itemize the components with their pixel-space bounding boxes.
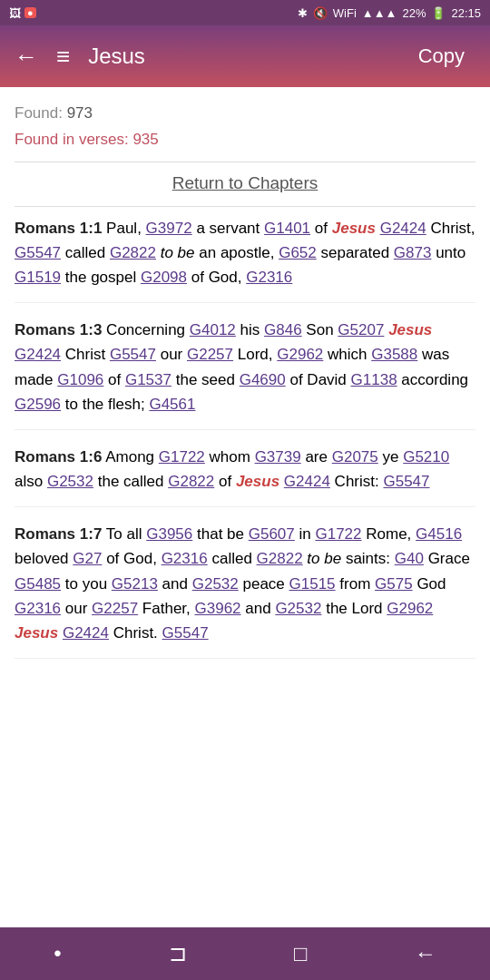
strongs-link[interactable]: G2962 [277, 346, 323, 363]
photo-icon: 🖼 [9, 6, 21, 20]
verse-text: saints: [346, 550, 395, 567]
verse-text: the Lord [326, 600, 387, 617]
battery-icon: 🔋 [431, 6, 446, 20]
strongs-link[interactable]: G2424 [63, 624, 109, 642]
found-label: Found: [15, 104, 67, 122]
verse-romans-1-1: Romans 1:1 Paul, G3972 a servant G1401 o… [15, 216, 475, 304]
strongs-link[interactable]: G5607 [249, 525, 295, 543]
strongs-link[interactable]: G2316 [246, 269, 292, 286]
strongs-link[interactable]: G1519 [15, 269, 61, 286]
strongs-link[interactable]: G5210 [403, 448, 449, 466]
strongs-link[interactable]: G4690 [240, 371, 286, 388]
bluetooth-icon: ✱ [298, 6, 308, 20]
copy-button[interactable]: Copy [407, 37, 475, 75]
notification-icon: ● [24, 7, 36, 18]
strongs-link[interactable]: G5547 [15, 244, 61, 261]
strongs-link[interactable]: G2822 [110, 244, 156, 261]
jesus-word: Jesus [388, 321, 432, 338]
verse-text: God [416, 575, 446, 593]
jesus-word: Jesus [15, 624, 58, 642]
strongs-link[interactable]: G2532 [192, 575, 239, 593]
strongs-link[interactable]: G40 [395, 550, 424, 567]
strongs-link[interactable]: G2257 [92, 600, 138, 617]
strongs-link[interactable]: G1401 [264, 220, 310, 237]
recent-apps-button[interactable]: ⊐ [151, 934, 205, 974]
back-nav-button[interactable]: ← [397, 934, 455, 974]
strongs-link[interactable]: G1537 [125, 371, 172, 388]
strongs-link[interactable]: G5207 [338, 321, 384, 338]
wifi-icon: WiFi [333, 6, 357, 20]
strongs-link[interactable]: G2316 [15, 600, 61, 617]
verse-text: whom [210, 448, 255, 466]
divider-top [15, 162, 475, 162]
strongs-link[interactable]: G5213 [112, 575, 158, 593]
strongs-link[interactable]: G4012 [190, 321, 236, 338]
jesus-word: Jesus [236, 473, 279, 490]
verse-romans-1-3: Romans 1:3 Concerning G4012 his G846 Son… [15, 318, 475, 430]
verse-romans-1-6: Romans 1:6 Among G1722 whom G3739 are G2… [15, 445, 475, 507]
strongs-link[interactable]: G873 [394, 244, 432, 261]
back-button[interactable]: ← [15, 43, 38, 71]
strongs-link[interactable]: G3956 [146, 525, 192, 543]
strongs-link[interactable]: G2257 [187, 346, 233, 363]
verse-text: of [315, 220, 332, 237]
strongs-link[interactable]: G2098 [141, 269, 187, 286]
strongs-link[interactable]: G2075 [332, 448, 378, 466]
verse-text: according [401, 371, 468, 388]
strongs-link[interactable]: G1722 [159, 448, 205, 466]
strongs-link[interactable]: G2962 [387, 600, 433, 617]
verse-text: of God, [191, 269, 246, 286]
strongs-link[interactable]: G2822 [257, 550, 303, 567]
strongs-link[interactable]: G2424 [284, 473, 330, 490]
strongs-link[interactable]: G4561 [149, 396, 195, 413]
menu-button[interactable]: ≡ [56, 43, 70, 71]
verse-text: an apostle, [199, 244, 279, 261]
verse-text: Son [306, 321, 338, 338]
status-bar: 🖼 ● ✱ 🔇 WiFi ▲▲▲ 22% 🔋 22:15 [0, 0, 490, 25]
strongs-link[interactable]: G2316 [162, 550, 208, 567]
strongs-link[interactable]: G652 [279, 244, 317, 261]
found-in-verses-value: 935 [132, 131, 158, 148]
strongs-link[interactable]: G5547 [110, 346, 156, 363]
strongs-link[interactable]: G1515 [289, 575, 336, 593]
verse-ref: Romans 1:6 [15, 448, 102, 466]
strongs-link[interactable]: G2532 [47, 473, 93, 490]
verse-text: also [15, 473, 47, 490]
verse-text: in [299, 525, 316, 543]
strongs-link[interactable]: G1722 [315, 525, 361, 543]
verse-text: that be [197, 525, 249, 543]
strongs-link[interactable]: G1138 [351, 371, 397, 388]
verse-text: Among [105, 448, 159, 466]
verse-text: beloved [15, 550, 73, 567]
strongs-link[interactable]: G2424 [15, 346, 61, 363]
verse-text: called [65, 244, 110, 261]
verse-ref: Romans 1:1 [15, 220, 102, 237]
dot-button[interactable]: • [35, 934, 79, 974]
strongs-link[interactable]: G1096 [57, 371, 103, 388]
strongs-link[interactable]: G3588 [371, 346, 417, 363]
bottom-nav: • ⊐ □ ← [0, 927, 490, 980]
strongs-link[interactable]: G846 [264, 321, 302, 338]
strongs-link[interactable]: G4516 [416, 525, 462, 543]
verse-text: Christ, [430, 220, 475, 237]
strongs-link[interactable]: G2532 [275, 600, 321, 617]
verse-text: our [161, 346, 187, 363]
strongs-link[interactable]: G3739 [255, 448, 301, 466]
strongs-link[interactable]: G2596 [15, 396, 61, 413]
strongs-link[interactable]: G2822 [168, 473, 214, 490]
verse-text: the called [98, 473, 169, 490]
strongs-link[interactable]: G5547 [383, 473, 429, 490]
home-button[interactable]: □ [276, 934, 326, 974]
strongs-link[interactable]: G3972 [146, 220, 192, 237]
mute-icon: 🔇 [313, 6, 328, 20]
verse-text: to be [307, 550, 341, 567]
strongs-link[interactable]: G575 [375, 575, 413, 593]
strongs-link[interactable]: G2424 [380, 220, 426, 237]
strongs-link[interactable]: G5485 [15, 575, 61, 593]
verse-text: and [245, 600, 275, 617]
return-to-chapters-link[interactable]: Return to Chapters [15, 173, 475, 193]
strongs-link[interactable]: G5547 [162, 624, 209, 642]
strongs-link[interactable]: G3962 [195, 600, 241, 617]
strongs-link[interactable]: G27 [73, 550, 102, 567]
verse-text: of David [289, 371, 350, 388]
